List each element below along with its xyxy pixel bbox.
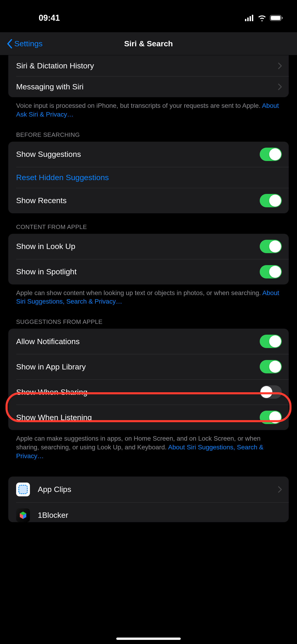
svg-rect-1 xyxy=(247,18,249,21)
ask-siri-footer: Voice input is processed on iPhone, but … xyxy=(0,97,297,121)
row-siri-dictation-history[interactable]: Siri & Dictation History xyxy=(8,55,289,76)
row-label: Siri & Dictation History xyxy=(16,61,94,70)
row-show-when-listening[interactable]: Show When Listening xyxy=(8,405,289,430)
toggle-show-suggestions[interactable] xyxy=(260,148,282,161)
back-button[interactable]: Settings xyxy=(7,39,42,48)
svg-rect-6 xyxy=(282,17,283,19)
group-app-list: App Clips 1Blocker xyxy=(8,476,289,522)
suggestions-from-apple-footer: Apple can make suggestions in apps, on H… xyxy=(0,430,297,462)
chevron-right-icon xyxy=(278,84,282,90)
toggle-show-in-app-library[interactable] xyxy=(260,360,282,373)
wifi-icon xyxy=(258,15,266,21)
page-title: Siri & Search xyxy=(0,39,297,48)
row-app-clips[interactable]: App Clips xyxy=(8,476,289,502)
section-header-suggestions-from-apple: Suggestions From Apple xyxy=(0,308,297,329)
group-ask-siri: Siri & Dictation History Messaging with … xyxy=(8,55,289,97)
content-from-apple-footer: Apple can show content when looking up t… xyxy=(0,284,297,308)
row-label: Show When Listening xyxy=(16,413,92,422)
nav-bar: Settings Siri & Search xyxy=(0,32,297,55)
row-allow-notifications[interactable]: Allow Notifications xyxy=(8,329,289,354)
row-show-when-sharing[interactable]: Show When Sharing xyxy=(8,379,289,405)
toggle-allow-notifications[interactable] xyxy=(260,335,282,348)
svg-rect-5 xyxy=(271,16,280,20)
1blocker-icon xyxy=(16,508,30,522)
svg-rect-0 xyxy=(245,19,246,21)
row-1blocker[interactable]: 1Blocker xyxy=(8,502,289,522)
toggle-show-when-sharing[interactable] xyxy=(260,385,282,399)
chevron-left-icon xyxy=(7,39,12,48)
row-messaging-with-siri[interactable]: Messaging with Siri xyxy=(8,76,289,97)
row-label: Reset Hidden Suggestions xyxy=(16,173,109,182)
status-time: 09:41 xyxy=(14,13,60,23)
group-suggestions-from-apple: Allow Notifications Show in App Library … xyxy=(8,329,289,430)
row-label: Messaging with Siri xyxy=(16,82,84,91)
toggle-show-when-listening[interactable] xyxy=(260,411,282,424)
footer-text: Voice input is processed on iPhone, but … xyxy=(16,102,262,109)
row-label: Show in Look Up xyxy=(16,242,75,251)
svg-rect-2 xyxy=(250,16,251,21)
row-show-recents[interactable]: Show Recents xyxy=(8,188,289,213)
home-indicator[interactable] xyxy=(116,638,181,640)
section-header-content-from-apple: Content From Apple xyxy=(0,213,297,234)
chevron-right-icon xyxy=(278,63,282,69)
battery-icon xyxy=(270,15,283,21)
cellular-icon xyxy=(245,15,254,21)
row-show-in-look-up[interactable]: Show in Look Up xyxy=(8,234,289,259)
toggle-show-recents[interactable] xyxy=(260,194,282,207)
row-label: Show When Sharing xyxy=(16,388,88,397)
section-header-before-searching: Before Searching xyxy=(0,121,297,142)
row-label: Show Recents xyxy=(16,196,66,205)
toggle-show-in-look-up[interactable] xyxy=(260,240,282,253)
row-show-suggestions[interactable]: Show Suggestions xyxy=(8,142,289,167)
svg-rect-3 xyxy=(252,15,253,21)
row-reset-hidden-suggestions[interactable]: Reset Hidden Suggestions xyxy=(8,167,289,188)
footer-text: Apple can show content when looking up t… xyxy=(16,289,262,296)
row-label: App Clips xyxy=(38,485,71,494)
row-label: 1Blocker xyxy=(38,511,68,520)
status-icons-group xyxy=(245,15,283,21)
row-label: Show Suggestions xyxy=(16,150,81,159)
status-bar: 09:41 xyxy=(0,0,297,32)
chevron-right-icon xyxy=(278,486,282,493)
row-label: Show in App Library xyxy=(16,362,86,371)
toggle-show-in-spotlight[interactable] xyxy=(260,265,282,278)
row-label: Show in Spotlight xyxy=(16,267,77,276)
back-label: Settings xyxy=(14,39,42,48)
group-content-from-apple: Show in Look Up Show in Spotlight xyxy=(8,234,289,284)
row-show-in-app-library[interactable]: Show in App Library xyxy=(8,354,289,379)
row-label: Allow Notifications xyxy=(16,337,80,346)
row-show-in-spotlight[interactable]: Show in Spotlight xyxy=(8,259,289,284)
group-before-searching: Show Suggestions Reset Hidden Suggestion… xyxy=(8,142,289,213)
app-clips-icon xyxy=(16,482,30,496)
